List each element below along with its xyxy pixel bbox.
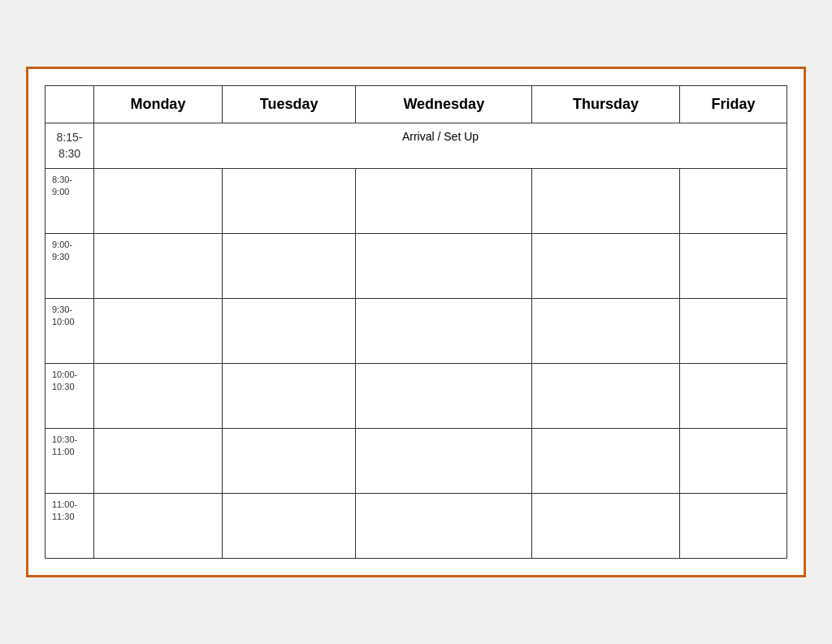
arrival-label: Arrival / Set Up (94, 123, 787, 168)
cell-thu-11-00 (532, 494, 680, 559)
cell-tue-10-30 (222, 429, 356, 494)
time-10-00-10-30: 10:00-10:30 (46, 364, 94, 429)
row-11-00: 11:00-11:30 (46, 494, 787, 559)
header-monday: Monday (94, 85, 223, 123)
cell-wed-8-30 (356, 169, 532, 234)
cell-tue-8-30 (222, 169, 356, 234)
cell-wed-10-00 (356, 364, 532, 429)
cell-tue-11-00 (222, 494, 356, 559)
header-friday: Friday (680, 85, 787, 123)
arrival-row: 8:15-8:30 Arrival / Set Up (46, 123, 787, 168)
cell-mon-9-30 (94, 299, 223, 364)
cell-wed-10-30 (356, 429, 532, 494)
row-10-00: 10:00-10:30 (46, 364, 787, 429)
cell-mon-9-00 (94, 234, 223, 299)
cell-fri-8-30 (680, 169, 787, 234)
header-wednesday: Wednesday (356, 85, 532, 123)
cell-mon-10-00 (94, 364, 223, 429)
time-9-00-9-30: 9:00-9:30 (46, 234, 94, 299)
time-11-00-11-30: 11:00-11:30 (46, 494, 94, 559)
page: Monday Tuesday Wednesday Thursday Friday… (26, 67, 806, 577)
cell-mon-8-30 (94, 169, 223, 234)
row-9-00: 9:00-9:30 (46, 234, 787, 299)
cell-fri-9-30 (680, 299, 787, 364)
cell-thu-8-30 (532, 169, 680, 234)
cell-mon-11-00 (94, 494, 223, 559)
row-10-30: 10:30-11:00 (46, 429, 787, 494)
cell-thu-9-00 (532, 234, 680, 299)
header-thursday: Thursday (532, 85, 680, 123)
cell-fri-9-00 (680, 234, 787, 299)
row-8-30: 8:30-9:00 (46, 169, 787, 234)
cell-thu-10-00 (532, 364, 680, 429)
header-row: Monday Tuesday Wednesday Thursday Friday (46, 85, 787, 123)
time-10-30-11-00: 10:30-11:00 (46, 429, 94, 494)
cell-wed-9-30 (356, 299, 532, 364)
time-9-30-10-00: 9:30-10:00 (46, 299, 94, 364)
cell-thu-10-30 (532, 429, 680, 494)
header-time-cell (46, 85, 94, 123)
cell-fri-11-00 (680, 494, 787, 559)
time-8-30-9-00: 8:30-9:00 (46, 169, 94, 234)
cell-thu-9-30 (532, 299, 680, 364)
cell-wed-11-00 (356, 494, 532, 559)
cell-wed-9-00 (356, 234, 532, 299)
row-9-30: 9:30-10:00 (46, 299, 787, 364)
cell-tue-9-30 (222, 299, 356, 364)
cell-tue-9-00 (222, 234, 356, 299)
schedule-table: Monday Tuesday Wednesday Thursday Friday… (45, 85, 787, 559)
cell-fri-10-00 (680, 364, 787, 429)
cell-fri-10-30 (680, 429, 787, 494)
time-8-15-8-30: 8:15-8:30 (46, 123, 94, 168)
cell-mon-10-30 (94, 429, 223, 494)
header-tuesday: Tuesday (222, 85, 356, 123)
cell-tue-10-00 (222, 364, 356, 429)
